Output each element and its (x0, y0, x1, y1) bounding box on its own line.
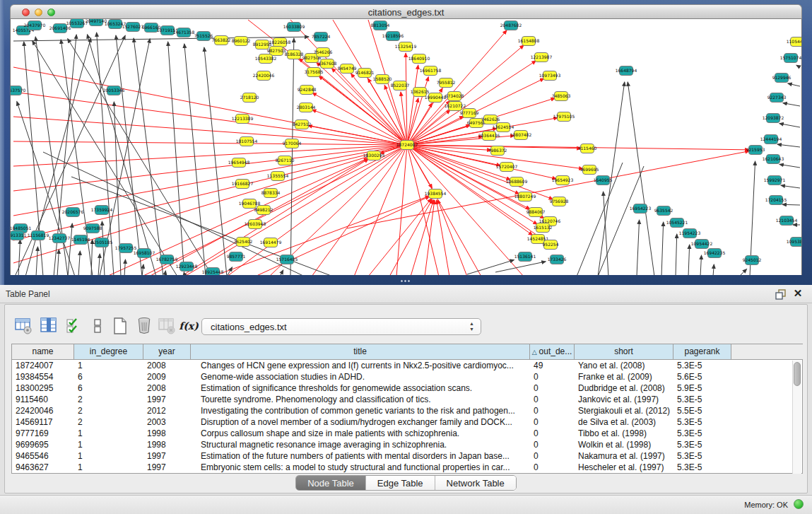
network-node[interactable]: 7986372 (488, 146, 507, 156)
network-node[interactable]: 15716485 (276, 255, 298, 264)
table-cell[interactable]: Embryonic stem cells: a model to study s… (191, 462, 530, 473)
table-cell[interactable]: 1998 (143, 439, 191, 450)
network-node[interactable]: 17975105 (553, 112, 575, 122)
network-node[interactable]: 1615132 (534, 223, 553, 233)
table-cell[interactable]: 2 (74, 416, 143, 428)
network-node[interactable]: 9777169 (460, 109, 479, 118)
table-cell[interactable]: Disruption of a novel member of a sodium… (191, 416, 530, 428)
network-node[interactable]: 3913311 (11, 231, 27, 240)
network-node[interactable]: 1640955 (594, 176, 613, 185)
table-cell[interactable]: 2008 (143, 360, 191, 371)
table-cell[interactable]: 0 (530, 405, 575, 416)
tab-network-table[interactable]: Network Table (435, 476, 516, 490)
table-cell[interactable]: 5.6E-5 (673, 371, 731, 382)
table-cell[interactable]: de Silva et al. (2003) (575, 416, 673, 428)
network-node[interactable]: 9884067 (526, 208, 546, 217)
network-node[interactable]: 2718120 (240, 93, 259, 103)
table-cell[interactable]: Genome-wide association studies in ADHD. (191, 371, 530, 382)
network-node[interactable]: 3175685 (305, 68, 324, 77)
network-node[interactable]: 7546266 (314, 48, 333, 57)
table-cell[interactable]: 0 (530, 416, 575, 428)
network-node[interactable]: 15992971 (764, 176, 786, 185)
table-row[interactable]: 977716911998Corpus callosum shape and si… (12, 428, 802, 439)
table-cell[interactable]: 0 (530, 394, 575, 405)
table-cell[interactable]: 5.3E-5 (673, 428, 731, 439)
table-cell[interactable]: 9115460 (12, 394, 74, 405)
table-cell[interactable]: 1 (74, 439, 143, 450)
row-height-icon[interactable] (88, 316, 107, 336)
table-cell[interactable]: 1997 (143, 394, 191, 405)
table-cell[interactable]: 18300295 (12, 382, 74, 394)
column-header-name[interactable]: name (12, 344, 74, 360)
network-node[interactable]: 8186328 (285, 50, 304, 59)
table-cell[interactable]: 1 (74, 450, 143, 462)
network-node[interactable]: 1588520 (373, 75, 392, 84)
network-node[interactable]: 17204155 (765, 196, 787, 205)
network-node[interactable]: 20537570 (11, 86, 25, 95)
column-header-title[interactable]: title (191, 344, 530, 360)
table-row[interactable]: 1938455462009Genome-wide association stu… (12, 371, 802, 382)
network-node[interactable]: 20206576 (62, 208, 84, 217)
network-node[interactable]: 16942235 (704, 249, 726, 258)
table-cell[interactable]: 5.5E-5 (673, 405, 731, 416)
table-cell[interactable]: 18724007 (12, 360, 74, 371)
network-node[interactable]: 10954422 (691, 240, 713, 249)
network-node[interactable]: 14671358 (173, 28, 195, 37)
network-node[interactable]: 9097588 (83, 224, 102, 233)
network-node[interactable]: 12213987 (531, 53, 553, 62)
network-node[interactable]: 13624554 (493, 123, 514, 132)
table-cell[interactable]: 5.3E-5 (673, 450, 731, 462)
network-node[interactable]: 9146821 (355, 69, 375, 78)
column-header-short[interactable]: short (575, 344, 673, 360)
table-cell[interactable]: Stergiakouli et al. (2012) (575, 405, 673, 416)
network-node[interactable]: 16954223 (630, 204, 652, 214)
network-node[interactable]: 16914479 (260, 238, 282, 247)
network-node[interactable]: 12603948 (245, 220, 266, 229)
network-node[interactable]: 8267110 (276, 156, 295, 165)
network-node[interactable]: 16154808 (518, 37, 540, 46)
table-cell[interactable]: 5.3E-5 (673, 360, 731, 371)
table-cell[interactable]: Tourette syndrome. Phenomenology and cla… (191, 394, 530, 405)
network-node[interactable]: 12093872 (763, 114, 784, 123)
network-node[interactable]: 15720407 (496, 163, 518, 172)
table-cell[interactable]: 0 (530, 450, 575, 462)
network-node[interactable]: 8960122 (232, 37, 251, 46)
network-node[interactable]: 15751074 (780, 54, 802, 63)
network-canvas[interactable]: 1405572420437970206914061055326720497140… (10, 19, 802, 275)
network-node[interactable]: 9215953 (746, 146, 765, 155)
column-check-icon[interactable] (64, 316, 84, 336)
column-header-year[interactable]: year (143, 344, 191, 360)
network-node[interactable]: 11156819 (28, 231, 49, 240)
table-cell[interactable]: 1 (74, 462, 143, 473)
table-cell[interactable]: 1 (74, 428, 143, 439)
network-node[interactable]: 19654948 (228, 158, 250, 168)
network-node[interactable]: 9635542 (654, 206, 673, 216)
table-cell[interactable]: 1997 (143, 462, 191, 473)
network-node[interactable]: 10543382 (255, 54, 277, 64)
network-node[interactable]: 8427512 (293, 120, 312, 129)
network-node[interactable]: 19654923 (552, 176, 574, 185)
network-node[interactable]: 6734028 (445, 92, 464, 101)
network-node[interactable]: 10545221 (666, 218, 688, 228)
network-node[interactable]: 7485063 (552, 92, 571, 101)
table-cell[interactable]: 0 (530, 371, 575, 382)
network-node[interactable]: 16961758 (420, 66, 442, 76)
network-node[interactable]: 10688609 (506, 177, 528, 187)
table-cell[interactable]: Investigating the contribution of common… (191, 405, 530, 416)
node-attribute-table[interactable]: namein_degreeyeartitle△out_de...shortpag… (11, 344, 803, 474)
tab-edge-table[interactable]: Edge Table (365, 476, 435, 490)
network-node[interactable]: 7955812 (437, 78, 456, 88)
pane-divider-grip[interactable] (400, 279, 410, 284)
table-row[interactable]: 946362711997Embryonic stem cells: a mode… (12, 462, 802, 473)
table-cell[interactable]: Yano et al. (2008) (575, 360, 673, 371)
network-node[interactable]: 1362615 (411, 88, 430, 97)
table-cell[interactable]: 14569117 (12, 416, 74, 428)
network-node[interactable]: 7462626 (481, 115, 500, 124)
table-cell[interactable]: Jankovic et al. (1997) (575, 394, 673, 405)
table-cell[interactable]: 2012 (143, 405, 191, 416)
network-node[interactable]: 19218596 (382, 32, 404, 41)
network-node[interactable]: 20053346 (103, 86, 125, 95)
network-node[interactable]: 9170064 (283, 139, 302, 148)
column-header-in_degree[interactable]: in_degree (74, 344, 143, 360)
network-window-titlebar[interactable]: citations_edges.txt (10, 4, 802, 19)
